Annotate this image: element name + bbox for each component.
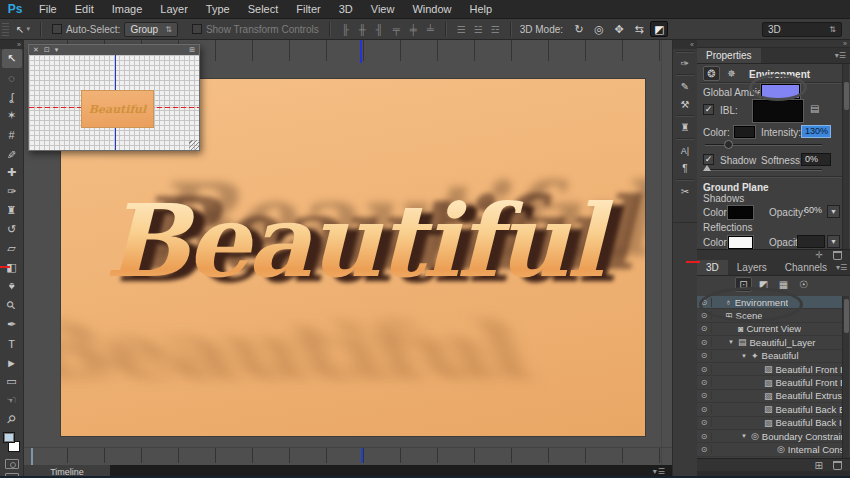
visibility-eye-icon[interactable]: ⊙: [697, 391, 712, 400]
brush-presets-icon[interactable]: ✑: [676, 55, 695, 72]
history-brush-tool[interactable]: ↺: [2, 220, 22, 239]
resize-grip[interactable]: [189, 140, 199, 150]
menu-item[interactable]: Edit: [66, 0, 103, 19]
workspace-switcher[interactable]: 3D ⇅: [762, 22, 842, 37]
menu-item[interactable]: Filter: [287, 0, 329, 19]
3d-drag-icon[interactable]: ✥: [610, 21, 628, 37]
visibility-eye-icon[interactable]: ⊙: [697, 418, 712, 427]
align-bottom-edges-icon[interactable]: ╧: [423, 22, 438, 36]
align-horizontal-centers-icon[interactable]: ╫: [355, 22, 370, 36]
options-bar-grip[interactable]: [2, 22, 9, 36]
align-right-edges-icon[interactable]: ╢: [372, 22, 387, 36]
environment-properties-icon[interactable]: ❂: [703, 66, 720, 81]
visibility-eye-icon[interactable]: ⊙: [697, 365, 712, 374]
3d-scale-icon[interactable]: ◩: [650, 21, 668, 37]
align-left-edges-icon[interactable]: ╟: [338, 22, 353, 36]
coordinates-icon[interactable]: ✛: [815, 250, 823, 260]
visibility-eye-icon[interactable]: ⊙: [697, 338, 712, 347]
dock-collapse-icon[interactable]: «: [673, 40, 697, 49]
pen-tool[interactable]: ✒: [2, 315, 22, 334]
shape-tool[interactable]: ▭: [2, 372, 22, 391]
intensity-field[interactable]: 130%: [801, 125, 831, 138]
zoom-tool[interactable]: ⚲: [2, 410, 22, 429]
3d-tree-row[interactable]: ⊙ ◎ Internal Constraint 2: [697, 443, 843, 456]
filter-materials-icon[interactable]: ▦: [775, 277, 792, 292]
ibl-file-icon[interactable]: ▤: [810, 103, 819, 114]
shadow-opacity-dropdown[interactable]: ▼: [827, 205, 840, 218]
clone-source-icon[interactable]: ♜: [676, 119, 695, 136]
softness-slider-track[interactable]: [705, 169, 822, 171]
coordinates-properties-icon[interactable]: ✵: [723, 66, 740, 81]
secondary-view-titlebar[interactable]: ✕ ⊡ ▾ ⊞: [29, 45, 199, 55]
dodge-tool[interactable]: ⚲: [2, 296, 22, 315]
delete-icon[interactable]: [833, 461, 842, 470]
healing-brush-tool[interactable]: ✚: [2, 163, 22, 182]
expand-icon[interactable]: ⊞: [189, 45, 195, 55]
visibility-eye-icon[interactable]: ⊙: [697, 432, 712, 441]
auto-select-checkbox[interactable]: [52, 24, 62, 34]
auto-select-target-select[interactable]: Group ⇅: [124, 22, 178, 37]
tab-properties[interactable]: Properties: [697, 48, 761, 63]
disclosure-caret-icon[interactable]: ▼: [740, 353, 748, 359]
filter-meshes-icon[interactable]: ◩: [755, 277, 772, 292]
marquee-tool[interactable]: ◌: [2, 68, 22, 87]
ibl-color-swatch[interactable]: [734, 126, 755, 138]
menu-item[interactable]: Window: [403, 0, 460, 19]
panel-collapse-icon[interactable]: »: [697, 40, 850, 48]
timeline-menu-icon[interactable]: ▾☰: [653, 467, 666, 476]
menu-item[interactable]: View: [362, 0, 404, 19]
shadow-color-swatch[interactable]: [728, 206, 753, 219]
character-panel-icon[interactable]: A|: [676, 142, 695, 159]
softness-field[interactable]: 0%: [801, 153, 831, 166]
3d-tree-row[interactable]: ⊙ ▧ Beautiful Front Inflatio...: [697, 363, 843, 376]
close-icon[interactable]: ✕: [33, 45, 39, 55]
clone-stamp-tool[interactable]: ♜: [2, 201, 22, 220]
toolbar-collapse-icon[interactable]: »: [0, 40, 23, 49]
chevron-down-icon[interactable]: ▾: [55, 45, 59, 55]
eraser-tool[interactable]: ▱: [2, 239, 22, 258]
3d-tree-row[interactable]: ⊙ ▧ Beautiful Back Inflatio...: [697, 417, 843, 430]
current-tool-button[interactable]: ↖ ▾: [12, 24, 34, 35]
eyedropper-tool[interactable]: ✐: [2, 144, 22, 163]
3d-tree-row[interactable]: ⊙ ▧ Beautiful Back Bevel ...: [697, 403, 843, 416]
visibility-eye-icon[interactable]: ⊙: [697, 405, 712, 414]
menu-item[interactable]: 3D: [330, 0, 362, 19]
3d-tree-row[interactable]: ⊙ ▧ Beautiful Extrusion Ma...: [697, 390, 843, 403]
reflection-opacity-field[interactable]: [797, 235, 825, 248]
softness-slider-handle[interactable]: [703, 165, 711, 171]
visibility-eye-icon[interactable]: ⊙: [697, 298, 712, 307]
hand-tool[interactable]: ☜: [2, 391, 22, 410]
align-vertical-centers-icon[interactable]: ╪: [406, 22, 421, 36]
paragraph-panel-icon[interactable]: ¶: [676, 160, 695, 177]
ibl-texture-swatch[interactable]: [753, 100, 803, 122]
panel-menu-icon[interactable]: ▾☰: [835, 48, 850, 63]
3d-panel-scrollbar[interactable]: [842, 296, 849, 458]
show-transform-checkbox[interactable]: [192, 24, 202, 34]
path-selection-tool[interactable]: ►: [2, 353, 22, 372]
tool-presets-icon[interactable]: ✎: [676, 78, 695, 95]
3d-tree-row[interactable]: ⊙ ▼ ▤ Beautiful_Layer: [697, 336, 843, 349]
blur-tool[interactable]: ♠: [2, 277, 22, 296]
3d-slide-icon[interactable]: ⇆: [630, 21, 648, 37]
tab-3d[interactable]: 3D: [697, 260, 728, 275]
visibility-eye-icon[interactable]: ⊙: [697, 445, 712, 454]
3d-tree-row[interactable]: ⊙ ▼ ◎ Boundary Constraint 1: [697, 430, 843, 443]
visibility-eye-icon[interactable]: ⊙: [697, 311, 712, 320]
quick-selection-tool[interactable]: ✶: [2, 106, 22, 125]
filter-whole-scene-icon[interactable]: ⊡: [735, 277, 752, 292]
menu-item[interactable]: Help: [461, 0, 502, 19]
brush-tool[interactable]: ✑: [2, 182, 22, 201]
scrollbar-thumb[interactable]: [844, 82, 849, 110]
3d-rotate-icon[interactable]: ↻: [570, 21, 588, 37]
new-item-icon[interactable]: ⊞: [815, 460, 823, 471]
shadow-opacity-value[interactable]: 60%: [801, 205, 826, 218]
brushes-icon[interactable]: ⚒: [676, 96, 695, 113]
disclosure-caret-icon[interactable]: ▼: [740, 433, 748, 439]
ibl-checkbox[interactable]: ✓: [703, 104, 714, 115]
move-tool[interactable]: ↖: [2, 49, 22, 68]
3d-tree-row[interactable]: ⊙ ♁ Environment: [697, 296, 843, 309]
filter-lights-icon[interactable]: ☉: [795, 277, 812, 292]
distribute-right-icon[interactable]: ☲: [488, 22, 503, 36]
lasso-tool[interactable]: ʆ: [2, 87, 22, 106]
3d-tree-row[interactable]: ⊙ ⊞ Scene: [697, 309, 843, 322]
